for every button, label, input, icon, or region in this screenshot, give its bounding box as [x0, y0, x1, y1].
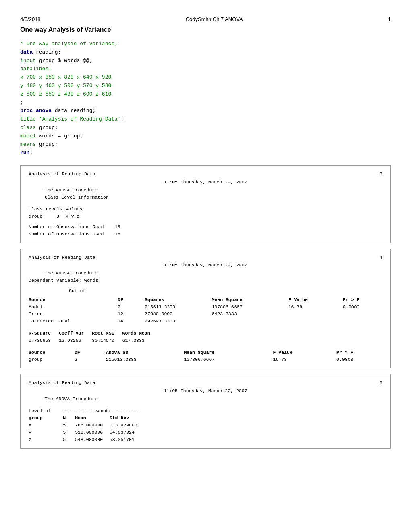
- code-line-3: input group $ words @@;: [20, 57, 391, 65]
- box1-class-table: Class Levels Values group 3 x y z: [29, 206, 85, 220]
- code-block: * One way analysis of variance; data rea…: [20, 40, 391, 157]
- box1-col-values: Values: [66, 206, 85, 213]
- table-row: Model 2 215613.3333 107806.6667 16.78 0.…: [29, 303, 382, 311]
- output-box-3: Analysis of Reading Data 5 11:05 Thursda…: [20, 374, 391, 449]
- box1-col-class: Class: [29, 206, 46, 213]
- code-line-8: ;: [20, 99, 391, 107]
- code-line-6: y 480 y 460 y 500 y 570 y 580: [20, 82, 391, 90]
- code-line-9: proc anova data=reading;: [20, 107, 391, 115]
- code-line-7: z 500 z 550 z 480 z 600 z 610: [20, 90, 391, 99]
- table-row: 0.736653 12.98256 80.14570 617.3333: [29, 337, 154, 344]
- box2-rsquare-table: R-Square Coeff Var Root MSE words Mean 0…: [29, 330, 154, 344]
- code-line-2: data reading;: [20, 48, 391, 57]
- code-line-4: datalines;: [20, 65, 391, 73]
- box1-obs-read: Number of Observations Read 15: [29, 223, 382, 231]
- header-date: 4/6/2018: [20, 16, 41, 22]
- table-row: Error 12 77080.0000 6423.3333: [29, 310, 382, 318]
- box2-page: 4: [380, 254, 382, 261]
- header-title: CodySmith Ch 7 ANOVA: [41, 16, 388, 22]
- box3-title: Analysis of Reading Data: [29, 379, 95, 387]
- table-row: z 5 548.000000 58.051701: [29, 436, 144, 443]
- page-header: 4/6/2018 CodySmith Ch 7 ANOVA 1: [20, 16, 391, 22]
- table-row: y 5 518.000000 54.037024: [29, 429, 144, 436]
- box3-page: 5: [380, 379, 382, 387]
- code-line-10: title 'Analysis of Reading Data';: [20, 115, 391, 124]
- output-box-2: Analysis of Reading Data 4 11:05 Thursda…: [20, 249, 391, 369]
- box3-means-table: Level of ------------words----------- gr…: [29, 407, 144, 443]
- box1-row-levels: 3: [46, 213, 66, 220]
- box1-obs-used: Number of Observations Used 15: [29, 231, 382, 238]
- box1-time: 11:05 Thursday, March 22, 2007: [29, 179, 382, 186]
- table-row: x 5 786.000000 113.929803: [29, 422, 144, 429]
- box1-section: Class Level Information: [45, 194, 382, 201]
- header-page: 1: [388, 16, 391, 22]
- box1-col-levels: Levels: [46, 206, 66, 213]
- page-heading: One way Analysis of Variance: [20, 26, 391, 33]
- code-line-11: class group;: [20, 124, 391, 132]
- code-line-14: run;: [20, 149, 391, 157]
- box2-sum-of: Sum of: [69, 287, 382, 295]
- table-row: Corrected Total 14 292693.3333: [29, 318, 382, 325]
- box2-time: 11:05 Thursday, March 22, 2007: [29, 262, 382, 269]
- output-box-1: Analysis of Reading Data 3 11:05 Thursda…: [20, 165, 391, 243]
- code-line-13: means group;: [20, 141, 391, 149]
- box3-procedure: The ANOVA Procedure: [45, 395, 382, 403]
- box1-row-group: group: [29, 213, 46, 220]
- table-row: group 2 215613.3333 107806.6667 16.78 0.…: [29, 356, 382, 363]
- code-line-12: model words = group;: [20, 132, 391, 141]
- box2-anova-table: Source DF Squares Mean Square F Value Pr…: [29, 296, 382, 325]
- box1-page: 3: [380, 170, 382, 178]
- code-line-5: x 700 x 850 x 820 x 640 x 920: [20, 73, 391, 82]
- box2-procedure: The ANOVA Procedure: [45, 270, 382, 277]
- code-line-1: * One way analysis of variance;: [20, 40, 391, 48]
- box1-procedure: The ANOVA Procedure: [45, 187, 382, 194]
- box1-title: Analysis of Reading Data: [29, 170, 95, 178]
- box2-dep-var: Dependent Variable: words: [29, 277, 382, 284]
- box2-group-table: Source DF Anova SS Mean Square F Value P…: [29, 349, 382, 364]
- box2-title: Analysis of Reading Data: [29, 254, 95, 261]
- box1-row-values: x y z: [66, 213, 85, 220]
- box3-time: 11:05 Thursday, March 22, 2007: [29, 387, 382, 395]
